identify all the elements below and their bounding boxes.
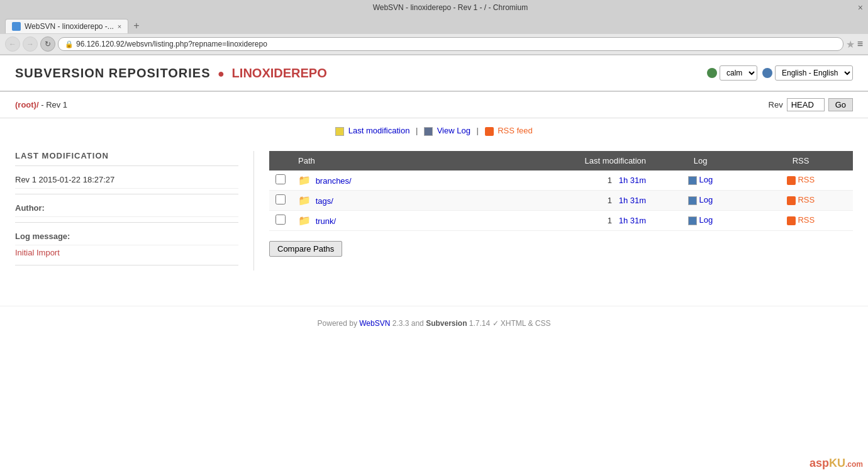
breadcrumb-root[interactable]: (root)/ [15,100,39,109]
rss-icon [787,216,796,225]
new-tab-button[interactable]: + [128,18,144,34]
tab-bar: WebSVN - linoxiderepo -... × + [0,15,868,34]
sidebar-divider-2 [15,222,238,223]
url-lock-icon: 🔒 [65,40,74,48]
breadcrumb-separator: - [41,100,46,109]
address-bar: ← → ↻ 🔒 96.126.120.92/websvn/listing.php… [0,34,868,55]
row-time-link[interactable]: 1h 31m [619,196,646,205]
window-title: WebSVN - linoxiderepo - Rev 1 - / - Chro… [43,3,858,12]
row-rss-cell: RSS [748,210,853,230]
sep2: | [477,126,479,135]
log-icon [688,196,697,205]
path-link[interactable]: tags/ [316,196,333,206]
row-rev-num: 1 [608,196,612,205]
page-footer: Powered by WebSVN 2.3.3 and Subversion 1… [0,306,868,340]
breadcrumb-rev: Rev 1 [46,100,67,109]
breadcrumb-bar: (root)/ - Rev 1 Rev Go [0,92,868,118]
col-rss: RSS [748,151,853,170]
theme-select[interactable]: calm [720,65,757,81]
row-rss-cell: RSS [748,170,853,191]
footer-subversion-link[interactable]: Subversion [426,319,467,328]
row-checkbox-cell[interactable] [269,170,292,191]
row-log-link[interactable]: Log [699,215,713,225]
log-icon [688,216,697,225]
rev-prefix: Rev [769,100,783,109]
row-checkbox[interactable] [275,194,286,204]
row-path-cell: 📁 tags/ [292,190,462,210]
footer-websvn-link[interactable]: WebSVN [359,319,390,328]
log-icon [688,176,697,185]
tab-favicon [12,22,21,31]
sidebar: LAST MODIFICATION Rev 1 2015-01-22 18:27… [15,151,254,271]
row-path-cell: 📁 branches/ [292,170,462,191]
refresh-button[interactable]: ↻ [40,36,55,52]
theme-selector-group: calm [707,65,757,81]
back-button[interactable]: ← [5,36,20,52]
rev-control: Rev Go [769,98,853,111]
title-bar: WebSVN - linoxiderepo - Rev 1 - / - Chro… [0,0,868,15]
sidebar-author: Author: [15,199,238,217]
row-checkbox-cell[interactable] [269,190,292,210]
folder-icon: 📁 [298,175,311,186]
language-icon [762,68,772,78]
url-bar[interactable]: 🔒 96.126.120.92/websvn/listing.php?repna… [58,37,843,51]
row-log-cell: Log [652,170,748,191]
footer-websvn-version: 2.3.3 [392,319,411,328]
row-time-link[interactable]: 1h 31m [619,216,646,225]
path-link[interactable]: trunk/ [316,216,337,226]
row-rev-cell: 1 1h 31m [462,190,652,210]
sidebar-log: Log message: [15,228,238,245]
folder-icon: 📁 [298,195,311,206]
site-title: SUBVERSION REPOSITORIES [15,66,210,80]
go-button[interactable]: Go [828,98,853,111]
breadcrumb: (root)/ - Rev 1 [15,100,67,109]
file-listing: Path Last modification Log RSS 📁 branche… [269,151,853,271]
page-content: SUBVERSION REPOSITORIES ● LINOXIDEREPO c… [0,55,868,433]
forward-button[interactable]: → [23,36,38,52]
row-rss-link[interactable]: RSS [798,195,815,204]
menu-icon[interactable]: ≡ [857,38,863,50]
row-time-link[interactable]: 1h 31m [619,176,646,185]
row-checkbox[interactable] [275,174,286,184]
main-layout: LAST MODIFICATION Rev 1 2015-01-22 18:27… [0,141,868,281]
path-link[interactable]: branches/ [316,176,352,186]
theme-icon [707,68,717,78]
sidebar-divider-1 [15,194,238,194]
sidebar-rev-date: Rev 1 2015-01-22 18:27:27 [15,171,238,189]
col-checkbox [269,151,292,170]
row-rev-cell: 1 1h 31m [462,170,652,191]
sep1: | [416,126,418,135]
row-checkbox-cell[interactable] [269,210,292,230]
tab-close-icon[interactable]: × [118,23,121,30]
site-header: SUBVERSION REPOSITORIES ● LINOXIDEREPO c… [0,55,868,92]
col-log: Log [652,151,748,170]
rev-input[interactable] [787,98,825,111]
row-rss-link[interactable]: RSS [798,175,815,184]
site-branding: SUBVERSION REPOSITORIES ● LINOXIDEREPO [15,66,327,81]
sidebar-rev-date-value: Rev 1 2015-01-22 18:27:27 [15,175,114,184]
last-mod-icon [335,127,344,136]
row-log-link[interactable]: Log [699,175,713,184]
row-rss-link[interactable]: RSS [798,215,815,225]
footer-and: and [411,319,426,328]
footer-powered-by: Powered by [318,319,360,328]
sidebar-divider-top [15,165,238,166]
view-log-icon [424,127,433,136]
language-select[interactable]: English - English [775,65,853,81]
row-checkbox[interactable] [275,215,286,225]
row-log-link[interactable]: Log [699,195,713,204]
footer-subversion-version: 1.7.14 [469,319,492,328]
col-last-mod: Last modification [462,151,652,170]
view-log-link[interactable]: View Log [437,126,470,135]
bookmark-icon[interactable]: ★ [846,38,855,50]
row-log-cell: Log [652,210,748,230]
sidebar-section-title: LAST MODIFICATION [15,151,238,160]
browser-tab[interactable]: WebSVN - linoxiderepo -... × [5,19,128,33]
last-modification-link[interactable]: Last modification [348,126,410,135]
close-button[interactable]: × [858,3,863,13]
rss-feed-link[interactable]: RSS feed [498,126,533,135]
compare-paths-button[interactable]: Compare Paths [269,241,342,257]
row-rev-num: 1 [608,176,612,185]
row-log-cell: Log [652,190,748,210]
table-row: 📁 tags/ 1 1h 31m Log RSS [269,190,853,210]
